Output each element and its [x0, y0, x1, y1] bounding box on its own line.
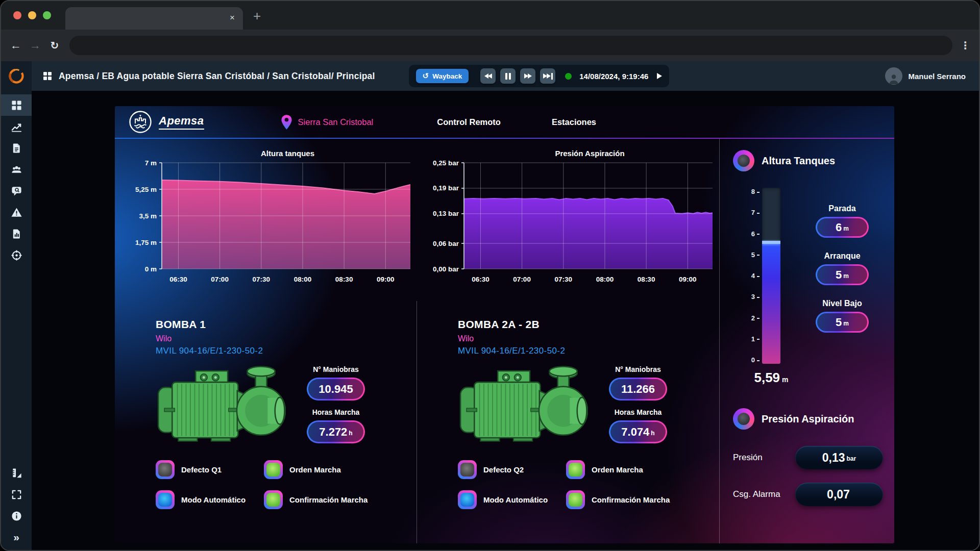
apemsa-brand: Apemsa: [128, 110, 204, 134]
pump-title: BOMBA 2A - 2B: [458, 318, 711, 331]
window-close-button[interactable]: [13, 11, 21, 19]
sidebar-item-users[interactable]: [1, 159, 32, 180]
fast-forward-button[interactable]: [520, 68, 535, 84]
sidebar-item-reports[interactable]: [1, 223, 32, 244]
svg-text:06:30: 06:30: [169, 276, 187, 283]
window-zoom-button[interactable]: [43, 11, 51, 19]
forward-button[interactable]: →: [26, 36, 45, 55]
tank-scale-label: 7: [751, 209, 760, 216]
playback-controls: ↺ Wayback 14/08/: [409, 65, 670, 87]
sidebar-item-target[interactable]: [1, 244, 32, 266]
wayback-button[interactable]: ↺ Wayback: [416, 69, 469, 83]
svg-text:08:30: 08:30: [638, 276, 655, 283]
chart-title: Altura tanques: [125, 149, 413, 158]
sidebar-item-info[interactable]: [1, 505, 32, 527]
brand-wordmark[interactable]: Apemsa: [159, 114, 204, 130]
wayback-label: Wayback: [432, 72, 462, 80]
pause-button[interactable]: [500, 68, 516, 84]
svg-text:09:00: 09:00: [679, 276, 697, 283]
history-icon: ↺: [423, 71, 429, 81]
sidebar: »: [1, 61, 32, 550]
tab-estaciones[interactable]: Estaciones: [552, 117, 596, 127]
rewind-button[interactable]: [480, 68, 496, 84]
sidebar-item-fullscreen[interactable]: [1, 484, 32, 505]
svg-text:0 m: 0 m: [145, 265, 157, 273]
tank-level-cap: [762, 241, 780, 244]
indicator-light: [458, 490, 477, 509]
svg-text:0,00 bar: 0,00 bar: [433, 265, 459, 273]
tank-scale-label: 3: [751, 293, 760, 300]
horas-marcha-label: Horas Marcha: [312, 408, 360, 416]
pump-card-bomba-1: BOMBA 1 Wilo MVIL 904-16/E/1-230-50-2 N°…: [115, 301, 417, 543]
pump-illustration: [156, 359, 286, 452]
svg-text:0,25 bar: 0,25 bar: [433, 159, 459, 167]
sidebar-item-trends[interactable]: [1, 116, 32, 137]
tab-close-icon[interactable]: ×: [230, 12, 235, 23]
window-minimize-button[interactable]: [28, 11, 36, 19]
tank-scale-label: 6: [751, 230, 760, 238]
pause-icon: [505, 73, 507, 80]
browser-menu-icon[interactable]: ⋮: [959, 39, 972, 52]
station-selector[interactable]: Sierra San Cristobal: [281, 114, 374, 130]
info-icon: [11, 510, 22, 522]
nav-divider: [115, 138, 894, 139]
sidebar-item-documents[interactable]: [1, 137, 32, 159]
sidebar-expand-button[interactable]: »: [1, 527, 32, 548]
grid-icon[interactable]: [43, 71, 52, 81]
svg-text:06:30: 06:30: [472, 276, 489, 283]
play-button[interactable]: [657, 73, 662, 79]
new-tab-button[interactable]: +: [253, 9, 261, 22]
sidebar-item-dashboard[interactable]: [1, 94, 32, 116]
indicator-confirmacion-marcha: Confirmación Marcha: [264, 490, 408, 509]
sidebar-item-design-tools[interactable]: [1, 462, 32, 484]
pressure-panel-title: Presión Aspiración: [733, 408, 885, 430]
pump-model: MVIL 904-16/E/1-230-50-2: [458, 346, 711, 356]
tab-control-remoto[interactable]: Control Remoto: [437, 117, 501, 127]
window-controls: [1, 1, 61, 30]
sidebar-item-chat-search[interactable]: [1, 180, 32, 202]
indicator-light: [264, 460, 283, 479]
indicator-light: [566, 460, 585, 479]
chat-search-icon: [11, 185, 22, 197]
browser-window: × + ← → ↻ ⋮: [0, 0, 980, 551]
side-panel: Altura Tanques 8 7 6 5: [719, 139, 894, 543]
reload-button[interactable]: ↻: [45, 36, 64, 55]
threshold-nivel-bajo: Nivel Bajo 5m: [816, 299, 869, 333]
tank-scale-label: 2: [751, 314, 760, 322]
horas-marcha-value: 7.272h: [307, 420, 365, 443]
tank-scale-label: 1: [751, 335, 760, 343]
gauge-ring-icon: [733, 408, 754, 430]
pump-brand: Wilo: [156, 334, 408, 343]
presion-value: 0,13bar: [795, 446, 883, 469]
dashboard-icon: [11, 99, 22, 111]
target-icon: [11, 249, 22, 261]
indicator-orden-marcha: Orden Marcha: [264, 460, 408, 479]
sidebar-item-alarms[interactable]: [1, 202, 32, 223]
indicator-modo-automatico: Modo Automático: [156, 490, 264, 509]
users-icon: [11, 164, 22, 176]
svg-text:7 m: 7 m: [145, 159, 157, 167]
url-bar[interactable]: [69, 36, 952, 55]
svg-text:0,13 bar: 0,13 bar: [433, 210, 459, 217]
browser-tab[interactable]: ×: [65, 7, 243, 30]
maniobras-label: N° Maniobras: [615, 365, 661, 373]
svg-text:08:00: 08:00: [294, 276, 312, 283]
indicator-light: [156, 490, 175, 509]
app-logo-icon[interactable]: [6, 66, 27, 88]
threshold-arranque: Arranque 5m: [816, 252, 869, 285]
chart-title: Presión Aspiración: [427, 149, 716, 158]
svg-text:07:00: 07:00: [513, 276, 531, 283]
indicator-light: [156, 460, 175, 479]
back-button[interactable]: ←: [6, 36, 26, 55]
tank-scale-label: 0: [751, 356, 760, 364]
threshold-parada: Parada 6m: [816, 204, 869, 238]
maniobras-value: 10.945: [307, 378, 365, 400]
indicator-orden-marcha: Orden Marcha: [566, 460, 711, 479]
breadcrumb: Apemsa / EB Agua potable Sierra San Cris…: [43, 71, 375, 82]
tank-panel-title: Altura Tanques: [733, 150, 885, 171]
user-menu[interactable]: Manuel Serrano: [885, 67, 966, 85]
station-name: Sierra San Cristobal: [298, 117, 374, 127]
skip-to-end-button[interactable]: [540, 68, 555, 84]
pump-model: MVIL 904-16/E/1-230-50-2: [156, 346, 408, 356]
app-header: Apemsa / EB Agua potable Sierra San Cris…: [32, 61, 979, 91]
